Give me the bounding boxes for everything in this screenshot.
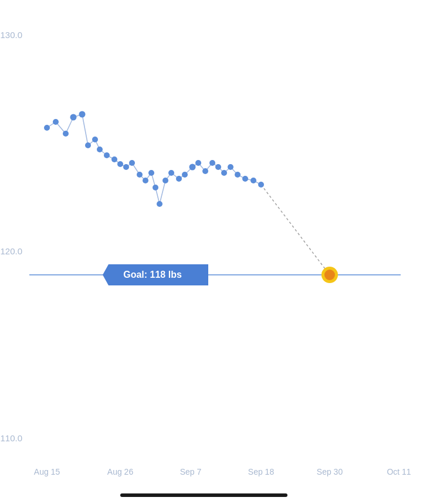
data-point	[162, 178, 168, 183]
data-line	[47, 114, 261, 204]
data-point	[63, 131, 69, 137]
x-label-sep18: Sep 18	[248, 467, 275, 476]
data-point	[153, 185, 158, 190]
x-label-aug15: Aug 15	[34, 467, 60, 476]
goal-tag-text: Goal: 118 lbs	[123, 270, 182, 280]
data-point	[79, 111, 86, 118]
goal-point-center	[327, 273, 332, 277]
y-label-110: 110.0	[0, 433, 22, 443]
data-point	[143, 178, 148, 183]
data-point	[168, 170, 174, 176]
data-point	[209, 160, 215, 166]
data-point	[242, 176, 248, 182]
data-point	[148, 170, 154, 176]
data-point	[117, 161, 123, 167]
chart-container: 130.0 120.0 110.0 Goal: 118 lbs	[0, 0, 430, 504]
projection-line	[261, 185, 330, 275]
data-point	[129, 160, 135, 166]
y-label-130: 130.0	[0, 30, 22, 40]
data-point	[137, 172, 143, 178]
scroll-indicator[interactable]	[120, 493, 287, 497]
data-point	[123, 164, 129, 170]
y-label-120: 120.0	[0, 246, 22, 256]
data-point	[44, 125, 50, 131]
data-point	[189, 164, 196, 171]
data-point	[92, 137, 98, 142]
data-point	[250, 178, 256, 183]
data-point	[97, 147, 103, 152]
data-point	[85, 142, 91, 148]
data-point	[228, 164, 233, 170]
data-point	[258, 182, 264, 188]
x-label-oct11: Oct 11	[387, 467, 411, 476]
data-point	[202, 168, 208, 174]
data-point	[104, 152, 110, 158]
data-point	[182, 172, 188, 178]
data-point	[195, 160, 201, 166]
x-label-sep30: Sep 30	[317, 467, 343, 476]
data-point	[215, 164, 221, 170]
goal-tag: Goal: 118 lbs	[103, 264, 216, 285]
data-point	[111, 156, 117, 162]
data-point	[221, 170, 227, 176]
weight-chart: 130.0 120.0 110.0 Goal: 118 lbs	[0, 0, 430, 504]
data-point	[53, 119, 59, 125]
data-point	[70, 114, 77, 121]
data-point	[157, 201, 162, 207]
x-label-aug26: Aug 26	[107, 467, 134, 476]
data-point	[235, 172, 241, 178]
data-point	[176, 176, 182, 182]
x-label-sep7: Sep 7	[180, 467, 202, 476]
